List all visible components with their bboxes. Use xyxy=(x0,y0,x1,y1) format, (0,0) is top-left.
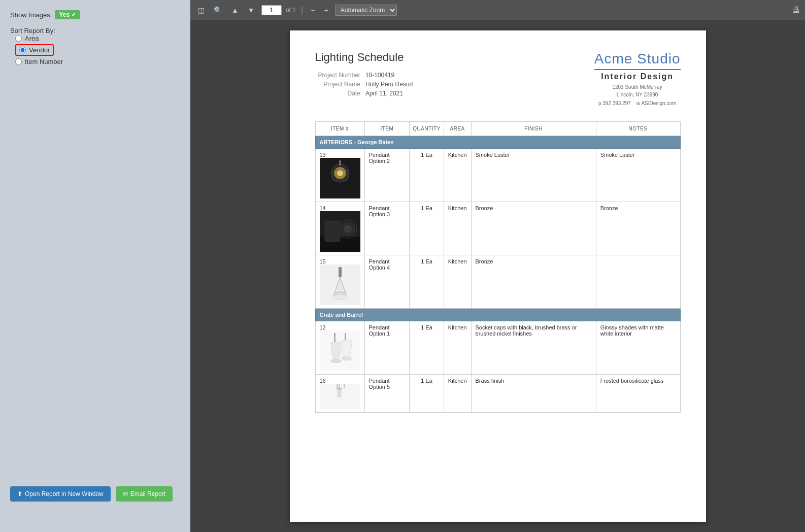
item-15-notes xyxy=(596,255,680,309)
item-13-area: Kitchen xyxy=(444,149,471,202)
yes-text: Yes xyxy=(59,11,70,18)
item-16-finish: Brass finish xyxy=(471,375,596,413)
svg-rect-4 xyxy=(339,160,341,165)
svg-point-3 xyxy=(337,170,343,176)
item-16-item: Pendant Option 5 xyxy=(364,375,410,413)
svg-rect-26 xyxy=(337,384,338,388)
radio-area[interactable]: Area xyxy=(15,35,180,42)
svg-rect-13 xyxy=(339,267,342,277)
item-12-area: Kitchen xyxy=(444,321,471,375)
table-row: 15 Pendant Optio xyxy=(315,255,680,309)
radio-vendor[interactable]: Vendor xyxy=(15,44,180,56)
svg-point-20 xyxy=(331,359,341,363)
doc-left: Lighting Schedule Project Number 18-1004… xyxy=(315,51,416,98)
table-row: 12 xyxy=(315,321,680,375)
table-row: 14 xyxy=(315,202,680,255)
radio-area-input[interactable] xyxy=(15,35,22,42)
col-quantity: QUANTITY xyxy=(410,122,444,136)
item-14-item: Pendant Option 3 xyxy=(364,202,410,255)
email-report-label: Email Report xyxy=(130,490,165,497)
project-number-label: Project Number xyxy=(316,71,362,79)
date-label: Date xyxy=(316,89,362,97)
radio-item-number[interactable]: Item Number xyxy=(15,58,180,65)
radio-item-number-label: Item Number xyxy=(25,58,63,65)
radio-vendor-input[interactable] xyxy=(19,47,26,53)
item-16-num: 16 xyxy=(315,375,364,413)
address-line1: 1203 South McMurray xyxy=(612,84,662,90)
sort-report-label: Sort Report By: xyxy=(10,27,55,35)
project-name-value: Holly Peru Resort xyxy=(363,80,415,88)
page-total: of 1 xyxy=(286,7,296,14)
project-name-label: Project Name xyxy=(316,80,362,88)
svg-rect-27 xyxy=(344,384,345,388)
prev-page-button[interactable]: ▲ xyxy=(229,5,241,16)
open-report-button[interactable]: ⬆ Open Report in New Window xyxy=(10,486,111,502)
svg-rect-19 xyxy=(345,333,346,340)
svg-rect-18 xyxy=(334,333,336,342)
pdf-viewer: ◫ 🔍 ▲ ▼ of 1 | − + Automatic Zoom 50% 75… xyxy=(190,0,805,532)
item-16-area: Kitchen xyxy=(444,375,471,413)
page-number-input[interactable] xyxy=(261,5,282,15)
radio-group: Area Vendor Item Number xyxy=(10,35,180,65)
divider-1: | xyxy=(301,5,304,16)
radio-vendor-label: Vendor xyxy=(29,46,50,54)
sidebar-toggle-button[interactable]: ◫ xyxy=(195,5,207,16)
radio-area-label: Area xyxy=(25,35,39,42)
col-item: ITEM xyxy=(364,122,410,136)
doc-meta: Project Number 18-100419 Project Name Ho… xyxy=(315,70,416,98)
item-14-num: 14 xyxy=(315,202,364,255)
zoom-in-button[interactable]: + xyxy=(322,5,331,16)
doc-header: Lighting Schedule Project Number 18-1004… xyxy=(315,51,681,106)
item-12-notes: Glossy shades with matte white interior xyxy=(596,321,680,375)
col-item-num: ITEM # xyxy=(315,122,364,136)
item-12-image xyxy=(320,330,360,371)
item-15-area: Kitchen xyxy=(444,255,471,309)
svg-rect-11 xyxy=(325,221,340,242)
item-16-notes: Frosted borosilicate glass xyxy=(596,375,680,413)
company-block: Acme Studio Interior Design 1203 South M… xyxy=(594,51,681,106)
table-body: ARTERIORS - George Bates 13 xyxy=(315,136,680,413)
company-address: 1203 South McMurray Lincoln, NY 23990 xyxy=(594,83,681,98)
table-row: 13 xyxy=(315,149,680,202)
svg-point-10 xyxy=(344,225,352,233)
item-15-finish: Bronze xyxy=(471,255,596,309)
item-12-item: Pendant Option 1 xyxy=(364,321,410,375)
item-12-finish: Socket caps with black, brushed brass or… xyxy=(471,321,596,375)
project-number-value: 18-100419 xyxy=(363,71,415,79)
item-14-area: Kitchen xyxy=(444,202,471,255)
pdf-content: Lighting Schedule Project Number 18-1004… xyxy=(190,20,805,532)
zoom-select[interactable]: Automatic Zoom 50% 75% 100% xyxy=(335,5,397,16)
show-images-label: Show Images: xyxy=(10,11,52,19)
item-16-image xyxy=(320,384,360,409)
show-images-row: Show Images: Yes ✓ xyxy=(10,10,180,19)
item-14-qty: 1 Ea xyxy=(410,202,444,255)
table-header-row: ITEM # ITEM QUANTITY AREA FINISH NOTES xyxy=(315,122,680,136)
search-button[interactable]: 🔍 xyxy=(211,5,225,16)
schedule-table: ITEM # ITEM QUANTITY AREA FINISH NOTES A… xyxy=(315,121,681,413)
item-14-notes: Bronze xyxy=(596,202,680,255)
item-13-num: 13 xyxy=(315,149,364,202)
sort-report-section: Sort Report By: Area Vendor Item Number xyxy=(10,27,180,65)
col-area: AREA xyxy=(444,122,471,136)
item-15-image xyxy=(320,264,360,305)
open-report-label: Open Report in New Window xyxy=(25,490,104,497)
email-report-button[interactable]: ✉ Email Report xyxy=(116,486,173,502)
company-contact: p 392.393.297 w ASIDesign.com xyxy=(594,101,681,106)
item-15-item: Pendant Option 4 xyxy=(364,255,410,309)
next-page-button[interactable]: ▼ xyxy=(245,5,257,16)
item-16-qty: 1 Ea xyxy=(410,375,444,413)
item-13-item: Pendant Option 2 xyxy=(364,149,410,202)
item-14-finish: Bronze xyxy=(471,202,596,255)
svg-rect-24 xyxy=(337,388,342,389)
zoom-out-button[interactable]: − xyxy=(308,5,317,16)
document: Lighting Schedule Project Number 18-1004… xyxy=(290,30,706,522)
svg-point-16 xyxy=(333,294,347,300)
yes-badge: Yes ✓ xyxy=(55,10,80,19)
radio-item-number-input[interactable] xyxy=(15,58,22,65)
print-button[interactable]: 🖶 xyxy=(792,6,800,15)
item-14-image xyxy=(320,211,360,252)
doc-title: Lighting Schedule xyxy=(315,51,416,64)
vendor-name-crate: Crate and Barrel xyxy=(315,309,680,321)
address-line2: Lincoln, NY 23990 xyxy=(617,92,658,97)
item-13-qty: 1 Ea xyxy=(410,149,444,202)
